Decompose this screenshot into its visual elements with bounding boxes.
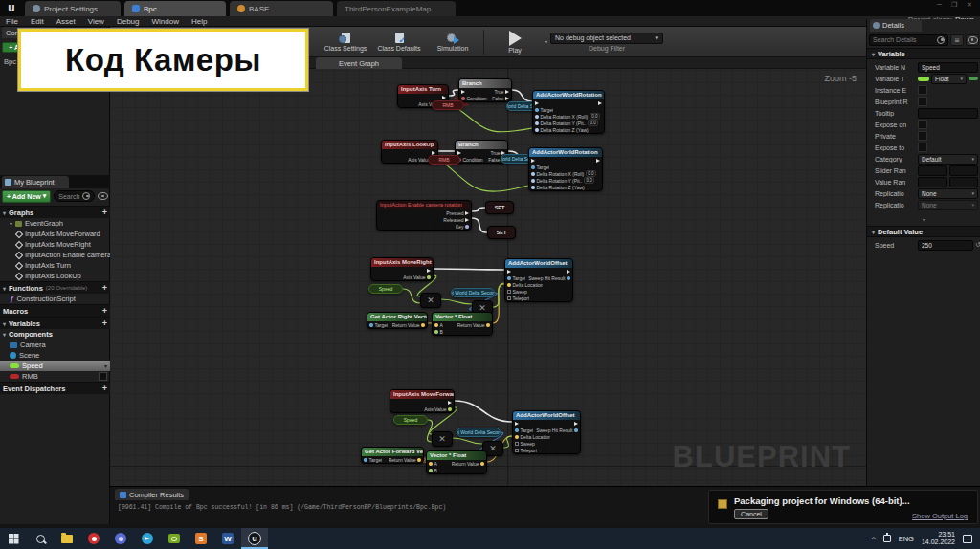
taskbar-mail[interactable]	[107, 528, 134, 549]
variable-type-dropdown[interactable]: Float▾	[931, 74, 967, 84]
add-icon[interactable]: +	[102, 283, 107, 293]
graph-node-add-offset-2[interactable]: AddActorWorldOffsetTargetSweep Hit Resul…	[512, 410, 581, 454]
language-indicator[interactable]: ENG	[899, 535, 914, 543]
menu-debug[interactable]: Debug	[117, 17, 140, 26]
tree-item-inputaxis-moveforward[interactable]: InputAxis MoveForward	[0, 229, 110, 239]
menu-file[interactable]: File	[6, 17, 18, 26]
my-blueprint-search-input[interactable]: Search	[54, 190, 95, 202]
checkbox-expose-on[interactable]	[918, 120, 927, 129]
tree-item-inputaxis-moveright[interactable]: InputAxis MoveRight	[0, 239, 110, 250]
show-output-log-link[interactable]: Show Output Log	[912, 512, 968, 520]
tree-item-rmb[interactable]: RMB	[0, 371, 110, 382]
tree-header-macros[interactable]: Macros+	[0, 304, 110, 317]
details-tab[interactable]: Details	[870, 19, 922, 32]
cancel-button[interactable]: Cancel	[734, 509, 768, 519]
visibility-filter-icon[interactable]	[98, 192, 108, 200]
tree-header-graphs[interactable]: ▾Graphs+	[0, 206, 110, 218]
details-search-input[interactable]: Search Details	[869, 34, 948, 46]
play-button[interactable]: Play	[488, 28, 542, 56]
graph-node-delta-seconds-3[interactable]: Get World Delta Seconds	[451, 288, 495, 297]
taskbar-start[interactable]	[0, 528, 27, 549]
taskbar-file-explorer[interactable]	[54, 528, 80, 549]
range-min-input-9[interactable]	[918, 165, 947, 176]
taskbar-browser[interactable]	[80, 528, 107, 549]
tree-header-functions[interactable]: ▾Functions(20 Overridable)+	[0, 281, 110, 294]
section-default-value[interactable]: ▾Default Value	[867, 226, 980, 237]
section-variable[interactable]: ▾Variable	[867, 48, 980, 59]
taskbar-word[interactable]: W	[214, 528, 241, 549]
graph-node-add-offset-1[interactable]: AddActorWorldOffsetTargetSweep Hit Resul…	[504, 258, 573, 302]
graph-node-mul-1a[interactable]: ✕	[420, 293, 441, 308]
graph-node-get-speed-2[interactable]: Speed	[393, 415, 428, 425]
tree-header-event-dispatchers[interactable]: Event Dispatchers+	[0, 382, 110, 394]
window-tab-base[interactable]: BASE	[230, 1, 333, 16]
taskbar-telegram[interactable]	[134, 528, 161, 549]
graph-node-set-rmb-true[interactable]: SET	[485, 201, 514, 214]
speed-default-input[interactable]: 250	[918, 240, 973, 251]
simulation-button[interactable]: Simulation	[426, 28, 479, 56]
clock[interactable]: 23:51 14.02.2022	[922, 531, 955, 546]
graph-node-branch-turn[interactable]: BranchTrueConditionFalse	[458, 78, 512, 102]
taskbar-nvidia[interactable]	[161, 528, 188, 549]
add-icon[interactable]: +	[102, 208, 107, 217]
range-max-input-9[interactable]	[949, 165, 978, 176]
menu-edit[interactable]: Edit	[31, 17, 44, 26]
graph-node-moveforward-event[interactable]: InputAxis MoveForwardAxis Value	[390, 389, 455, 413]
dropdown-12[interactable]: None▾	[918, 200, 978, 210]
tree-item-camera[interactable]: Camera	[0, 340, 110, 350]
range-min-input-10[interactable]	[918, 177, 947, 187]
class-settings-button[interactable]: Class Settings	[319, 28, 372, 56]
tree-header-components[interactable]: ▾Components	[0, 329, 110, 340]
graph-node-get-speed-1[interactable]: Speed	[368, 284, 403, 294]
graph-node-delta-seconds-4[interactable]: Get World Delta Seconds	[457, 428, 501, 437]
range-max-input-10[interactable]	[949, 177, 978, 187]
add-icon[interactable]: +	[102, 306, 107, 316]
event-graph-canvas[interactable]: Event Graph Zoom -5 InputAxis TurnAxis V…	[110, 57, 866, 486]
menu-help[interactable]: Help	[191, 17, 207, 26]
tray-expand-caret[interactable]: ^	[872, 535, 876, 543]
graph-node-add-rotation-2[interactable]: AddActorWorldRotationTargetDelta Rotatio…	[528, 147, 603, 191]
window-controls[interactable]: ─ ❐ ✕	[937, 1, 976, 9]
taskbar-search[interactable]	[27, 528, 54, 549]
add-icon[interactable]: +	[102, 318, 107, 328]
add-new-button[interactable]: + Add New▾	[2, 190, 51, 203]
detail-input-0[interactable]: Speed	[918, 62, 978, 73]
tree-item-inputaxis-lookup[interactable]: InputAxis LookUp	[0, 271, 110, 281]
view-options-button[interactable]	[966, 34, 979, 46]
checkbox-private[interactable]	[918, 131, 927, 141]
tree-item-inputaxis-turn[interactable]: InputAxis Turn	[0, 260, 110, 271]
graph-node-right-vector[interactable]: Get Actor Right VectorTargetReturn Value	[367, 312, 428, 329]
window-tab-project-settings[interactable]: Project Settings	[25, 1, 121, 16]
taskbar-app-s[interactable]: S	[188, 528, 214, 549]
graph-node-set-rmb-false[interactable]: SET	[487, 226, 516, 239]
graph-node-mul-2a[interactable]: ✕	[432, 431, 453, 447]
tray-device-icon[interactable]	[883, 535, 891, 542]
graph-node-vec-mul-2[interactable]: Vector * FloatAReturn ValueB	[426, 450, 487, 474]
menu-window[interactable]: Window	[151, 17, 178, 26]
graph-node-get-rmb-2[interactable]: RMB	[428, 155, 460, 165]
compiler-results-tab[interactable]: Compiler Results	[115, 489, 189, 500]
editable-eye-checkbox[interactable]	[99, 372, 107, 381]
graph-node-get-rmb-1[interactable]: RMB	[432, 100, 464, 110]
menu-asset[interactable]: Asset	[56, 17, 76, 26]
my-blueprint-tab[interactable]: My Blueprint	[2, 176, 69, 188]
tree-item-eventgraph[interactable]: ▾EventGraph	[0, 218, 110, 229]
container-type-icon[interactable]	[969, 77, 978, 80]
menu-view[interactable]: View	[88, 17, 104, 26]
graph-node-forward-vector[interactable]: Get Actor Forward VectorTargetReturn Val…	[361, 447, 424, 464]
display-options-button[interactable]: ⊞	[950, 34, 964, 46]
window-tab-bpc[interactable]: Bpc	[124, 1, 226, 16]
checkbox-expose-to[interactable]	[918, 143, 927, 152]
graph-node-moveright-event[interactable]: InputAxis MoveRightAxis Value	[370, 257, 434, 281]
reset-to-default-icon[interactable]: ↺	[975, 241, 980, 249]
class-defaults-button[interactable]: ✓ Class Defaults	[372, 28, 426, 56]
graph-node-vec-mul-1[interactable]: Vector * FloatAReturn ValueB	[432, 312, 493, 336]
graph-node-delta-seconds-2[interactable]: Get World Delta Seconds	[501, 154, 531, 164]
checkbox-instance-e[interactable]	[918, 85, 927, 95]
checkbox-blueprint-r[interactable]	[918, 97, 927, 106]
tree-item-scene[interactable]: Scene	[0, 350, 110, 361]
debug-object-dropdown[interactable]: No debug object selected▾	[550, 33, 663, 44]
graph-node-enable-camera-event[interactable]: InputAction Enable camera rotationPresse…	[376, 200, 472, 231]
tree-item-inputaction-enable-camera-r[interactable]: InputAction Enable camera r	[0, 250, 110, 260]
dropdown-11[interactable]: None▾	[918, 188, 978, 199]
